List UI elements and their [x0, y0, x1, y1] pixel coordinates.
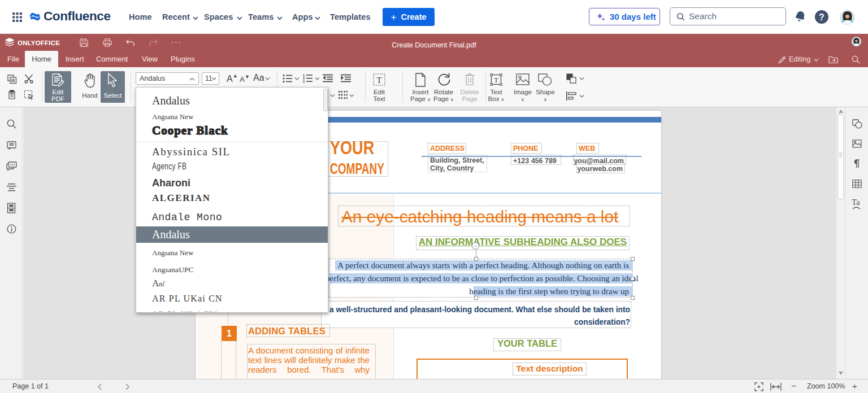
- svg-text:T: T: [494, 76, 498, 84]
- svg-text:?: ?: [819, 12, 824, 22]
- svg-text:T: T: [376, 76, 381, 85]
